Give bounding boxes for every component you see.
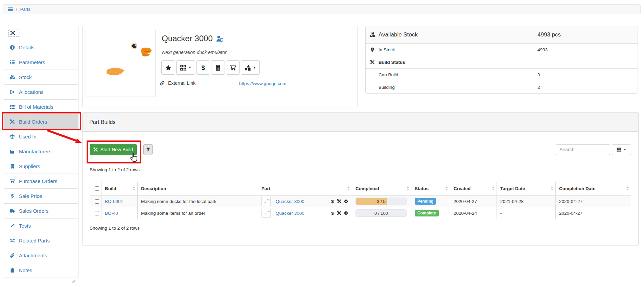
clipboard-list-icon: [215, 64, 221, 71]
top-navbar: / Parts: [3, 4, 641, 14]
filter-button[interactable]: [143, 144, 153, 155]
tools-icon[interactable]: [337, 199, 342, 204]
sidebar-item-label: Related Parts: [19, 238, 50, 243]
sidebar-item-attachments[interactable]: Attachments: [4, 248, 78, 263]
sort-icon[interactable]: [445, 186, 448, 191]
sort-icon[interactable]: [492, 186, 495, 191]
sidebar-item-parameters[interactable]: Parameters: [4, 55, 78, 70]
row-checkbox-cell: [90, 196, 101, 207]
part-link[interactable]: Quacker 3000: [276, 199, 304, 204]
row-checkbox[interactable]: [95, 199, 99, 204]
divider: [158, 78, 353, 78]
select-all-checkbox[interactable]: [95, 186, 99, 191]
expand-arrows-icon: [10, 30, 16, 35]
sidebar-item-details[interactable]: Details: [4, 40, 78, 55]
filter-icon: [146, 147, 151, 152]
sidebar-item-toggle[interactable]: [4, 26, 78, 40]
sidebar-item-build-orders[interactable]: Build Orders: [4, 114, 78, 129]
created-cell: 2020-04-27: [450, 196, 497, 207]
sidebar-item-used-in[interactable]: Used In: [4, 129, 78, 144]
part-actions-button[interactable]: ▼: [241, 60, 260, 75]
pricing-button[interactable]: $: [196, 60, 210, 75]
target-date-cell: -: [497, 207, 556, 219]
description-cell: Making some ducks for the local park: [138, 196, 258, 207]
status-cell: Pending: [411, 196, 450, 207]
tools-icon[interactable]: [337, 211, 342, 215]
column-header-build[interactable]: Build: [101, 182, 138, 196]
column-header-completed[interactable]: Completed: [352, 182, 411, 196]
sidebar-item-sales-orders[interactable]: Sales Orders: [4, 203, 78, 218]
sort-icon[interactable]: [406, 186, 409, 191]
sidebar-item-tests[interactable]: Tests: [4, 218, 78, 233]
order-button[interactable]: [226, 60, 240, 75]
building-icon: [8, 164, 16, 169]
created-cell: 2020-04-24: [450, 207, 497, 219]
directions-icon[interactable]: [344, 211, 348, 215]
user-shield-icon[interactable]: [216, 35, 223, 42]
sidebar-toggle[interactable]: [8, 29, 20, 37]
resize-grip[interactable]: [71, 279, 75, 283]
build-link[interactable]: BO-0001: [105, 199, 123, 204]
map-marker-icon: [370, 47, 378, 52]
sidebar-item-notes[interactable]: Notes: [4, 263, 78, 278]
part-thumbnail: [261, 197, 271, 206]
sidebar-item-manufacturers[interactable]: Manufacturers: [4, 144, 78, 159]
sidebar-item-sale-price[interactable]: $Sale Price: [4, 188, 78, 203]
th-grid-icon: [617, 147, 621, 152]
part-image[interactable]: [86, 30, 156, 97]
hamburger-menu-icon[interactable]: [8, 7, 13, 12]
sort-icon[interactable]: [347, 186, 350, 191]
part-action-toolbar: ▼$▼: [161, 60, 260, 75]
link-icon: [160, 81, 165, 86]
table-header: BuildDescriptionPartCompletedStatusCreat…: [90, 182, 631, 196]
columns-toggle-button[interactable]: ▼: [612, 144, 631, 155]
select-all-checkbox-cell: [90, 182, 101, 196]
column-header-target-date[interactable]: Target Date: [497, 182, 556, 196]
column-header-part[interactable]: Part: [258, 182, 352, 196]
sort-icon[interactable]: [551, 186, 554, 191]
row-checkbox[interactable]: [95, 211, 99, 215]
svg-text:$: $: [331, 211, 334, 215]
stock-row-value: 2: [537, 85, 540, 90]
build-link[interactable]: BO-40: [105, 211, 118, 216]
boxes-icon: [370, 32, 378, 37]
tools-icon: [370, 60, 378, 64]
stock-row-label: Can Build: [378, 72, 398, 77]
dollar-icon[interactable]: $: [330, 199, 335, 204]
stock-row-value: 4993 pcs: [537, 31, 561, 38]
build-row-bo-40: BO-40Making some items for an orderQuack…: [90, 207, 631, 219]
sidebar-item-bill-of-materials[interactable]: Bill of Materials: [4, 99, 78, 114]
breadcrumb-separator: /: [16, 7, 17, 12]
stock-row-label: Building: [378, 85, 395, 90]
tools-icon: [8, 119, 16, 124]
part-description: Next generation duck emulator: [162, 50, 227, 55]
barcode-button[interactable]: ▼: [176, 60, 195, 75]
cart-icon: [8, 179, 16, 184]
th-list-icon: [8, 60, 16, 65]
column-header-status[interactable]: Status: [411, 182, 450, 196]
column-header-created[interactable]: Created: [450, 182, 497, 196]
column-header-completion-date[interactable]: Completion Date: [556, 182, 631, 196]
sidebar-item-related-parts[interactable]: Related Parts: [4, 233, 78, 248]
start-new-build-button[interactable]: Start New Build: [90, 144, 137, 155]
directions-icon[interactable]: [344, 199, 348, 204]
sidebar-item-stock[interactable]: Stock: [4, 70, 78, 84]
part-link[interactable]: Quacker 3000: [276, 211, 304, 216]
truck-icon: [8, 208, 16, 213]
row-checkbox-cell: [90, 207, 101, 219]
dollar-icon[interactable]: $: [330, 211, 335, 215]
progress-bar: 0 / 100: [355, 209, 407, 217]
sidebar-item-suppliers[interactable]: Suppliers: [4, 159, 78, 174]
breadcrumb-parts-link[interactable]: Parts: [20, 7, 30, 12]
part-cell: Quacker 3000$: [258, 207, 352, 219]
favourite-button[interactable]: [161, 60, 175, 75]
sidebar-item-purchase-orders[interactable]: Purchase Orders: [4, 174, 78, 188]
external-link-row: External Link: [160, 80, 196, 86]
sidebar-item-allocations[interactable]: Allocations: [4, 84, 78, 99]
sidebar-item-label: Purchase Orders: [19, 178, 57, 184]
stocktake-button[interactable]: [211, 60, 225, 75]
sort-icon[interactable]: [133, 186, 136, 191]
external-link[interactable]: https://www.googe.com: [239, 81, 286, 86]
sort-icon[interactable]: [626, 186, 629, 191]
search-input[interactable]: [556, 144, 610, 155]
